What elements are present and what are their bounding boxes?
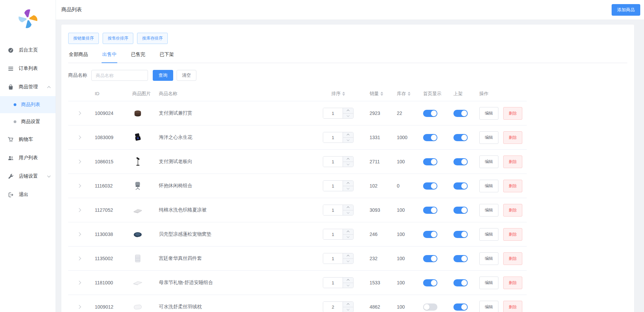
edit-button[interactable]: 编辑 (479, 204, 498, 217)
on-shelf-toggle[interactable] (453, 110, 468, 117)
edit-button[interactable]: 编辑 (479, 301, 498, 312)
increase-icon[interactable] (343, 302, 353, 307)
on-shelf-toggle[interactable] (453, 207, 468, 214)
increase-icon[interactable] (343, 205, 353, 210)
home-display-toggle[interactable] (423, 279, 437, 286)
edit-button[interactable]: 编辑 (479, 155, 498, 168)
sort-carets-icon[interactable] (380, 92, 383, 96)
sidebar-item-0[interactable]: 后台主页 (0, 41, 56, 59)
home-display-toggle[interactable] (423, 110, 437, 117)
expand-row-icon[interactable] (77, 305, 81, 309)
delete-button[interactable]: 删除 (503, 252, 522, 265)
delete-button[interactable]: 删除 (503, 301, 522, 312)
sort-input[interactable] (323, 157, 343, 167)
decrease-icon[interactable] (343, 283, 353, 288)
sort-carets-icon[interactable] (408, 92, 410, 96)
home-display-toggle[interactable] (423, 134, 437, 141)
increase-icon[interactable] (343, 278, 353, 283)
expand-row-icon[interactable] (77, 184, 81, 188)
tab-2[interactable]: 已售完 (130, 51, 146, 63)
increase-icon[interactable] (343, 229, 353, 235)
sort-by-button-2[interactable]: 按库存排序 (137, 33, 168, 44)
sort-by-button-1[interactable]: 按售价排序 (103, 33, 133, 44)
column-header-stock[interactable]: 库存 (391, 91, 417, 97)
expand-row-icon[interactable] (77, 111, 81, 115)
decrease-icon[interactable] (343, 162, 353, 167)
delete-button[interactable]: 删除 (503, 228, 522, 241)
sort-input[interactable] (323, 302, 343, 312)
decrease-icon[interactable] (343, 235, 353, 240)
delete-button[interactable]: 删除 (503, 204, 522, 217)
edit-button[interactable]: 编辑 (479, 252, 498, 265)
column-header-sort[interactable]: 排序 (313, 91, 363, 97)
home-display-toggle[interactable] (423, 255, 437, 262)
on-shelf-toggle[interactable] (453, 231, 468, 238)
on-shelf-toggle[interactable] (453, 134, 468, 141)
edit-button[interactable]: 编辑 (479, 180, 498, 192)
decrease-icon[interactable] (343, 259, 353, 264)
on-shelf-toggle[interactable] (453, 279, 468, 286)
on-shelf-toggle[interactable] (453, 303, 468, 311)
decrease-icon[interactable] (343, 114, 353, 119)
sort-input[interactable] (323, 181, 343, 191)
sidebar-item-label: 订单列表 (19, 65, 38, 72)
sort-input[interactable] (323, 205, 343, 215)
expand-row-icon[interactable] (77, 135, 81, 139)
expand-row-icon[interactable] (77, 256, 81, 260)
sort-input[interactable] (323, 229, 343, 239)
delete-button[interactable]: 删除 (503, 277, 522, 289)
home-display-toggle[interactable] (423, 182, 437, 190)
decrease-icon[interactable] (343, 138, 353, 143)
edit-button[interactable]: 编辑 (479, 131, 498, 144)
on-shelf-toggle[interactable] (453, 255, 468, 262)
increase-icon[interactable] (343, 253, 353, 259)
sidebar-item-6[interactable]: 用户列表 (0, 149, 56, 167)
delete-button[interactable]: 删除 (503, 107, 522, 120)
sort-carets-icon[interactable] (342, 92, 345, 96)
add-product-button[interactable]: 添加商品 (612, 4, 640, 16)
tab-0[interactable]: 全部商品 (68, 51, 89, 63)
increase-icon[interactable] (343, 181, 353, 186)
on-shelf-toggle[interactable] (453, 158, 468, 165)
expand-row-icon[interactable] (77, 208, 81, 212)
query-button[interactable]: 查询 (153, 70, 173, 81)
sidebar-item-8[interactable]: 退出 (0, 185, 56, 204)
sidebar-item-2[interactable]: 商品管理 (0, 78, 56, 96)
sidebar-item-1[interactable]: 订单列表 (0, 59, 56, 78)
sidebar-item-5[interactable]: 购物车 (0, 130, 56, 149)
column-header-shelf: 上架 (449, 91, 477, 97)
increase-icon[interactable] (343, 132, 353, 138)
sort-input[interactable] (323, 132, 343, 143)
home-display-toggle[interactable] (423, 158, 437, 165)
product-name-input[interactable] (91, 70, 148, 81)
clear-button[interactable]: 清空 (177, 70, 196, 81)
edit-button[interactable]: 编辑 (479, 277, 498, 289)
home-display-toggle[interactable] (423, 231, 437, 238)
sidebar-item-7[interactable]: 店铺设置 (0, 167, 56, 185)
increase-icon[interactable] (343, 157, 353, 162)
sort-input[interactable] (323, 108, 343, 118)
edit-button[interactable]: 编辑 (479, 107, 498, 120)
expand-row-icon[interactable] (77, 281, 81, 284)
home-display-toggle[interactable] (423, 207, 437, 214)
delete-button[interactable]: 删除 (503, 131, 522, 144)
tab-1[interactable]: 出售中 (102, 51, 117, 63)
decrease-icon[interactable] (343, 186, 353, 191)
tab-3[interactable]: 已下架 (159, 51, 175, 63)
sidebar-item-4[interactable]: 商品设置 (0, 113, 56, 130)
increase-icon[interactable] (343, 108, 353, 114)
home-display-toggle[interactable] (423, 303, 437, 311)
sort-by-button-0[interactable]: 按销量排序 (68, 33, 99, 44)
edit-button[interactable]: 编辑 (479, 228, 498, 241)
sidebar-item-3[interactable]: 商品列表 (0, 96, 56, 113)
decrease-icon[interactable] (343, 307, 353, 312)
column-header-sales[interactable]: 销量 (363, 91, 391, 97)
expand-row-icon[interactable] (77, 232, 81, 236)
delete-button[interactable]: 删除 (503, 155, 522, 168)
sort-input[interactable] (323, 278, 343, 288)
sort-input[interactable] (323, 253, 343, 264)
expand-row-icon[interactable] (77, 160, 81, 163)
decrease-icon[interactable] (343, 210, 353, 216)
on-shelf-toggle[interactable] (453, 182, 468, 190)
delete-button[interactable]: 删除 (503, 180, 522, 192)
